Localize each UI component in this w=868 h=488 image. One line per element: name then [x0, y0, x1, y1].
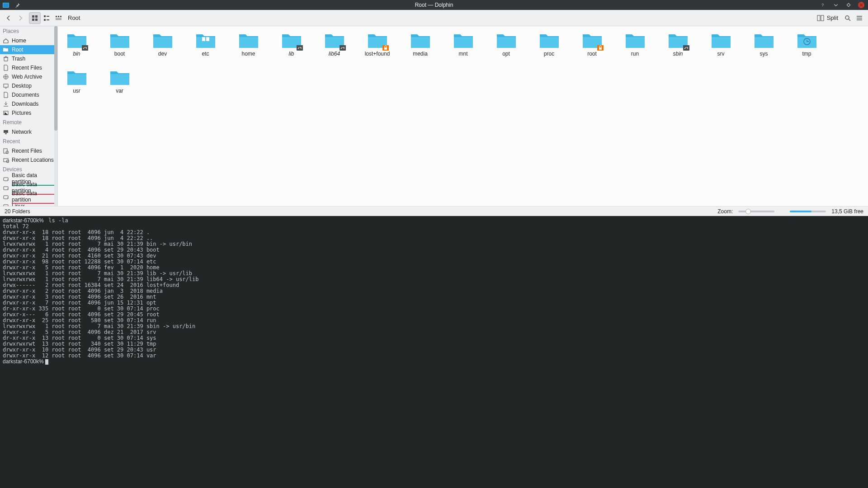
disk-usage-bar	[790, 211, 826, 212]
folder-icon	[453, 32, 474, 49]
folder-mnt[interactable]: mnt	[453, 32, 474, 57]
sidebar-item-root[interactable]: Root	[0, 45, 57, 54]
sidebar-item-label: Linux	[12, 203, 25, 206]
close-icon[interactable]	[858, 2, 864, 8]
view-details-button[interactable]	[52, 12, 64, 24]
forward-button[interactable]	[14, 12, 26, 24]
folder-lib64[interactable]: lib64	[324, 32, 345, 57]
network-icon	[3, 129, 9, 135]
split-button[interactable]: Split	[813, 12, 842, 24]
svg-rect-39	[340, 45, 346, 51]
folder-opt[interactable]: opt	[495, 32, 517, 57]
menu-button[interactable]	[854, 12, 865, 24]
zoom-label: Zoom:	[717, 208, 733, 215]
svg-rect-31	[4, 196, 8, 199]
folder-run[interactable]: run	[624, 32, 646, 57]
split-label: Split	[827, 14, 838, 21]
folder-proc[interactable]: proc	[538, 32, 560, 57]
folder-label: root	[587, 51, 597, 57]
terminal-panel[interactable]: darkstar-6700k% ls -la total 72 drwxr-xr…	[0, 216, 868, 488]
drive-icon	[3, 176, 9, 182]
view-compact-button[interactable]	[41, 12, 52, 24]
folder-icon	[109, 69, 130, 86]
folder-icon	[195, 32, 216, 49]
folder-icon	[496, 32, 517, 49]
folder-var[interactable]: var	[109, 69, 130, 94]
folder-icon	[410, 32, 431, 49]
svg-rect-13	[56, 19, 61, 20]
sidebar-item-label: Recent Files	[12, 148, 42, 154]
folder-label: lib	[288, 51, 294, 57]
back-button[interactable]	[3, 12, 14, 24]
sidebar-item-home[interactable]: Home	[0, 36, 57, 45]
sidebar-item-label: Recent Files	[12, 65, 42, 71]
web-icon	[3, 74, 9, 80]
folder-srv[interactable]: srv	[710, 32, 731, 57]
sidebar-scrollbar[interactable]	[54, 26, 57, 206]
folder-icon	[711, 32, 731, 49]
folder-label: home	[241, 51, 255, 57]
svg-rect-22	[5, 133, 7, 134]
folder-icon	[324, 32, 345, 49]
sidebar-item-label: Pictures	[12, 110, 31, 116]
sidebar-item-desktop[interactable]: Desktop	[0, 81, 57, 90]
file-grid[interactable]: binbootdevetchomeliblib64lost+foundmedia…	[58, 26, 868, 206]
folder-root[interactable]: root	[581, 32, 603, 57]
home-icon	[3, 38, 9, 44]
minimize-icon[interactable]	[833, 2, 839, 8]
folder-icon	[281, 32, 302, 49]
folder-boot[interactable]: boot	[109, 32, 130, 57]
drive-icon	[3, 185, 9, 191]
folder-home[interactable]: home	[238, 32, 259, 57]
sidebar-item-network[interactable]: Network	[0, 127, 57, 136]
folder-lost+found[interactable]: lost+found	[367, 32, 388, 57]
sidebar-item-web-archive[interactable]: Web Archive	[0, 72, 57, 81]
folder-tmp[interactable]: tmp	[796, 32, 817, 57]
svg-rect-41	[384, 47, 387, 50]
svg-rect-36	[202, 37, 205, 41]
sidebar-item-documents[interactable]: Documents	[0, 90, 57, 99]
folder-label: media	[413, 51, 428, 57]
recent-loc-icon	[3, 157, 9, 163]
zoom-slider[interactable]	[738, 211, 774, 212]
folder-etc[interactable]: etc	[195, 32, 216, 57]
svg-rect-4	[35, 19, 38, 21]
folder-bin[interactable]: bin	[66, 32, 87, 57]
sidebar-item-downloads[interactable]: Downloads	[0, 99, 57, 108]
svg-rect-14	[817, 15, 820, 21]
folder-media[interactable]: media	[410, 32, 431, 57]
folder-sbin[interactable]: sbin	[667, 32, 689, 57]
sidebar-item-basic-data-partition[interactable]: Basic data partition	[0, 192, 57, 202]
folder-red-icon	[3, 47, 9, 53]
sidebar-item-label: Recent Locations	[12, 157, 54, 163]
folder-label: bin	[73, 51, 80, 57]
sidebar-item-label: Web Archive	[12, 74, 42, 80]
breadcrumb[interactable]: Root	[64, 14, 84, 21]
folder-sys[interactable]: sys	[753, 32, 774, 57]
folder-icon	[625, 32, 646, 49]
folder-usr[interactable]: usr	[66, 69, 87, 94]
svg-rect-12	[56, 18, 61, 19]
sidebar-item-pictures[interactable]: Pictures	[0, 108, 57, 117]
sidebar-item-trash[interactable]: Trash	[0, 54, 57, 63]
folder-label: srv	[717, 51, 725, 57]
symlink-badge-icon	[82, 44, 88, 50]
svg-rect-21	[4, 130, 8, 133]
folder-dev[interactable]: dev	[152, 32, 173, 57]
svg-rect-27	[4, 178, 8, 181]
svg-point-26	[6, 160, 9, 163]
sidebar-item-recent-locations[interactable]: Recent Locations	[0, 155, 57, 164]
svg-point-30	[7, 188, 8, 189]
help-icon[interactable]: ?	[820, 2, 826, 8]
folder-icon	[367, 32, 388, 49]
sidebar-item-recent-files[interactable]: Recent Files	[0, 146, 57, 155]
svg-rect-8	[47, 19, 49, 20]
sidebar-item-recent-files[interactable]: Recent Files	[0, 63, 57, 72]
svg-rect-1	[32, 15, 34, 18]
pin-icon[interactable]	[14, 2, 21, 8]
search-button[interactable]	[842, 12, 854, 24]
view-icons-button[interactable]	[29, 12, 41, 24]
sidebar-section-header: Places	[0, 26, 57, 36]
folder-lib[interactable]: lib	[281, 32, 302, 57]
maximize-icon[interactable]	[845, 2, 852, 8]
